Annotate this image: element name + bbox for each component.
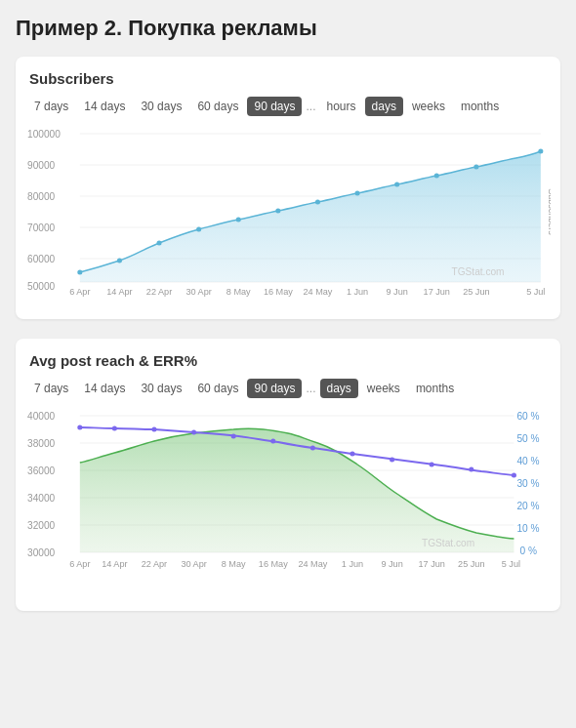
separator-2: ... (304, 379, 317, 398)
svg-text:60000: 60000 (27, 254, 56, 264)
svg-text:6 Apr: 6 Apr (69, 287, 90, 297)
subscribers-svg: 100000 90000 80000 70000 60000 50000 (25, 124, 551, 300)
svg-text:1 Jun: 1 Jun (347, 287, 368, 297)
svg-text:TGStat.com: TGStat.com (422, 538, 474, 548)
btn-weeks-1[interactable]: weeks (405, 97, 452, 116)
btn-months-2[interactable]: months (409, 379, 461, 398)
svg-point-60 (191, 430, 196, 435)
subscribers-chart-title: Subscribers (25, 70, 551, 87)
svg-point-58 (112, 426, 117, 431)
btn-7days-2[interactable]: 7 days (27, 379, 75, 398)
svg-text:14 Apr: 14 Apr (102, 559, 127, 569)
svg-text:32000: 32000 (27, 520, 56, 531)
svg-text:6 Apr: 6 Apr (69, 559, 90, 569)
btn-90days-1[interactable]: 90 days (247, 97, 302, 116)
svg-text:8 May: 8 May (222, 559, 246, 569)
svg-point-23 (538, 149, 543, 154)
svg-text:30 %: 30 % (516, 478, 539, 489)
svg-point-16 (236, 218, 241, 222)
btn-14days-2[interactable]: 14 days (77, 379, 132, 398)
svg-text:25 Jun: 25 Jun (458, 559, 484, 569)
svg-text:14 Apr: 14 Apr (106, 287, 132, 297)
svg-point-62 (270, 439, 275, 444)
svg-point-65 (390, 458, 394, 463)
svg-point-66 (430, 463, 434, 467)
svg-text:100000: 100000 (27, 129, 61, 140)
svg-point-14 (157, 241, 162, 246)
reach-chart-wrapper: 40000 38000 36000 34000 32000 30000 60 %… (25, 406, 551, 601)
svg-text:Subscribers: Subscribers (547, 188, 551, 235)
btn-days-1[interactable]: days (365, 97, 403, 116)
svg-point-19 (355, 191, 360, 196)
btn-60days-2[interactable]: 60 days (190, 379, 245, 398)
svg-text:17 Jun: 17 Jun (419, 559, 445, 569)
reach-time-controls: 7 days 14 days 30 days 60 days 90 days .… (25, 379, 551, 398)
svg-point-63 (310, 446, 315, 451)
btn-30days-1[interactable]: 30 days (134, 97, 188, 116)
svg-point-12 (77, 270, 82, 275)
svg-text:22 Apr: 22 Apr (142, 559, 167, 569)
svg-text:50000: 50000 (27, 281, 56, 292)
svg-text:17 Jun: 17 Jun (424, 287, 450, 297)
svg-text:36000: 36000 (27, 465, 56, 476)
svg-text:TGStat.com: TGStat.com (451, 266, 504, 277)
svg-text:9 Jun: 9 Jun (381, 559, 402, 569)
svg-text:40 %: 40 % (516, 456, 539, 466)
svg-text:9 Jun: 9 Jun (387, 287, 408, 297)
btn-60days-1[interactable]: 60 days (190, 97, 245, 116)
svg-point-18 (315, 200, 320, 205)
btn-weeks-2[interactable]: weeks (360, 379, 407, 398)
svg-text:80000: 80000 (27, 191, 56, 202)
svg-text:16 May: 16 May (259, 559, 288, 569)
btn-hours-1[interactable]: hours (320, 97, 363, 116)
svg-point-20 (394, 182, 399, 187)
svg-text:10 %: 10 % (516, 523, 539, 534)
svg-point-15 (196, 227, 201, 232)
reach-chart-card: Avg post reach & ERR% 7 days 14 days 30 … (16, 339, 560, 611)
svg-text:70000: 70000 (27, 222, 56, 233)
reach-svg: 40000 38000 36000 34000 32000 30000 60 %… (25, 406, 551, 591)
svg-point-59 (151, 427, 156, 432)
svg-text:34000: 34000 (27, 493, 56, 504)
svg-text:40000: 40000 (27, 411, 56, 422)
svg-point-68 (512, 473, 516, 478)
svg-text:5 Jul: 5 Jul (526, 287, 545, 297)
svg-text:1 Jun: 1 Jun (342, 559, 363, 569)
svg-point-17 (275, 209, 280, 214)
svg-point-13 (117, 259, 122, 263)
btn-days-2[interactable]: days (320, 379, 358, 398)
svg-text:25 Jun: 25 Jun (463, 287, 489, 297)
btn-90days-2[interactable]: 90 days (247, 379, 302, 398)
separator-1: ... (304, 97, 317, 116)
svg-point-22 (473, 165, 478, 170)
svg-text:38000: 38000 (27, 438, 56, 449)
svg-text:20 %: 20 % (516, 501, 539, 511)
svg-text:30000: 30000 (27, 547, 56, 558)
btn-14days-1[interactable]: 14 days (77, 97, 132, 116)
svg-text:90000: 90000 (27, 160, 56, 171)
btn-30days-2[interactable]: 30 days (134, 379, 188, 398)
svg-text:16 May: 16 May (264, 287, 293, 297)
subscribers-chart-wrapper: 100000 90000 80000 70000 60000 50000 (25, 124, 551, 309)
svg-point-57 (77, 425, 82, 430)
svg-text:60 %: 60 % (516, 411, 539, 422)
btn-7days-1[interactable]: 7 days (27, 97, 75, 116)
svg-text:24 May: 24 May (304, 287, 333, 297)
svg-text:0 %: 0 % (520, 546, 538, 556)
svg-text:24 May: 24 May (298, 559, 327, 569)
svg-text:22 Apr: 22 Apr (146, 287, 172, 297)
svg-point-67 (469, 467, 473, 472)
reach-chart-title: Avg post reach & ERR% (25, 352, 551, 369)
svg-text:5 Jul: 5 Jul (502, 559, 520, 569)
svg-text:8 May: 8 May (226, 287, 251, 297)
svg-text:30 Apr: 30 Apr (181, 559, 206, 569)
subscribers-chart-card: Subscribers 7 days 14 days 30 days 60 da… (16, 57, 560, 319)
btn-months-1[interactable]: months (454, 97, 506, 116)
svg-point-21 (434, 174, 439, 179)
subscribers-time-controls: 7 days 14 days 30 days 60 days 90 days .… (25, 97, 551, 116)
page-title: Пример 2. Покупка рекламы (16, 16, 560, 41)
svg-text:30 Apr: 30 Apr (185, 287, 211, 297)
svg-text:50 %: 50 % (516, 433, 539, 444)
svg-point-61 (231, 434, 236, 439)
svg-point-64 (350, 452, 354, 457)
